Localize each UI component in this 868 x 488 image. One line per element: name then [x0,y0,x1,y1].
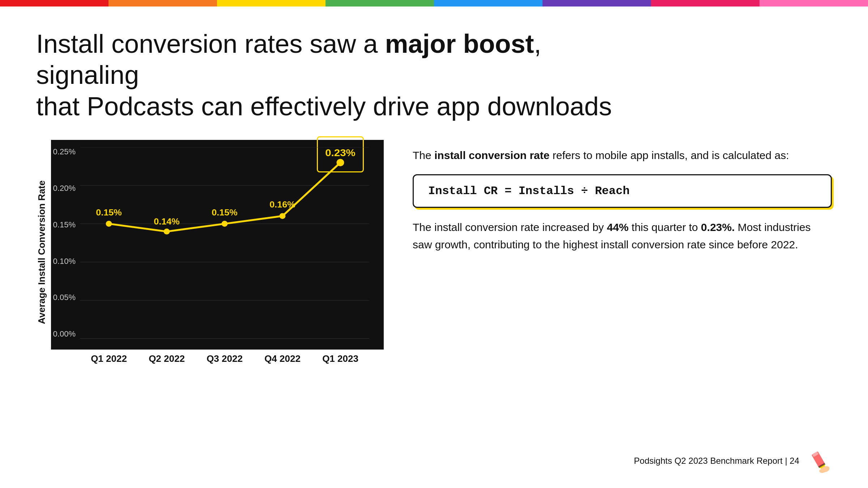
svg-text:0.15%: 0.15% [212,207,238,217]
y-ticks: 0.25% 0.20% 0.15% 0.10% 0.05% 0.00% [51,147,80,339]
y-tick-020: 0.20% [51,184,80,193]
x-label-q1-2023: Q1 2023 [311,353,369,364]
formula-text: Install CR = Installs ÷ Reach [428,184,630,198]
chart-area: 0.25% 0.20% 0.15% 0.10% 0.05% 0.00% [51,140,384,364]
svg-point-10 [336,159,344,166]
y-axis-label: Average Install Conversion Rate [36,180,47,324]
y-tick-000: 0.00% [51,329,80,339]
svg-text:0.15%: 0.15% [96,207,122,217]
formula-box: Install CR = Installs ÷ Reach [413,174,832,208]
right-panel: The install conversion rate refers to mo… [413,140,832,253]
y-tick-010: 0.10% [51,257,80,266]
footer: Podsights Q2 2023 Benchmark Report | 24 [634,448,832,474]
svg-point-9 [280,213,286,219]
svg-text:0.14%: 0.14% [154,217,180,227]
svg-point-8 [222,221,228,227]
x-label-q2-2022: Q2 2022 [138,353,196,364]
chart-svg: 0.15% 0.14% 0.15% 0.16% 0.23% [80,147,369,339]
definition-text: The install conversion rate refers to mo… [413,147,832,163]
y-tick-025: 0.25% [51,147,80,157]
svg-point-7 [164,228,170,234]
chart-container: 0.25% 0.20% 0.15% 0.10% 0.05% 0.00% [51,140,384,350]
page-content: Install conversion rates saw a major boo… [0,7,868,488]
x-label-q1-2022: Q1 2022 [80,353,138,364]
y-tick-015: 0.15% [51,220,80,230]
description-text: The install conversion rate increased by… [413,219,832,253]
svg-text:0.23%: 0.23% [325,147,356,158]
pencil-icon [807,448,832,474]
chart-x-labels: Q1 2022 Q2 2022 Q3 2022 Q4 2022 Q1 2023 [51,353,384,364]
page-title: Install conversion rates saw a major boo… [36,28,651,122]
rainbow-bar [0,0,868,7]
svg-point-6 [106,221,112,227]
x-label-q3-2022: Q3 2022 [196,353,254,364]
x-label-q4-2022: Q4 2022 [254,353,311,364]
footer-text: Podsights Q2 2023 Benchmark Report | 24 [634,456,799,466]
svg-text:0.16%: 0.16% [269,200,295,210]
main-content: Average Install Conversion Rate 0.25% 0.… [36,140,832,474]
y-tick-005: 0.05% [51,293,80,302]
chart-wrapper: Average Install Conversion Rate 0.25% 0.… [36,140,384,364]
